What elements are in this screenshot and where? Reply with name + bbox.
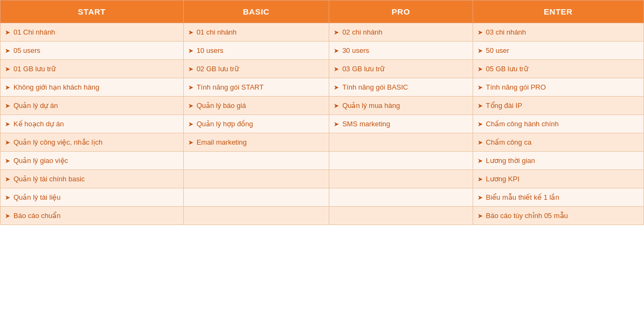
arrow-icon: ➤ [5, 47, 10, 55]
arrow-icon: ➤ [334, 120, 339, 128]
cell-text: 05 users [13, 46, 40, 55]
arrow-icon: ➤ [5, 157, 10, 165]
arrow-icon: ➤ [188, 120, 193, 128]
cell-r8-c2 [329, 170, 473, 188]
cell-r4-c2: ➤Quản lý mua hàng [329, 97, 473, 115]
arrow-icon: ➤ [334, 84, 339, 91]
cell-r8-c3: ➤Lương KPI [473, 170, 643, 188]
cell-text: Lương thời gian [486, 157, 535, 165]
cell-text: Chấm công hành chính [486, 120, 559, 128]
cell-r1-c2: ➤30 users [329, 42, 473, 60]
arrow-icon: ➤ [477, 194, 483, 201]
arrow-icon: ➤ [188, 139, 193, 146]
arrow-icon: ➤ [5, 212, 10, 220]
cell-r7-c3: ➤Lương thời gian [473, 152, 643, 170]
table-row: ➤Quản lý giao việc➤Lương thời gian [1, 152, 644, 170]
cell-text: 50 user [486, 46, 509, 55]
cell-text: Báo cáo chuẩn [13, 212, 61, 220]
cell-r10-c1 [183, 207, 329, 225]
cell-r6-c3: ➤Chấm công ca [473, 133, 643, 152]
arrow-icon: ➤ [477, 157, 483, 165]
cell-r0-c1: ➤01 chi nhánh [183, 23, 329, 42]
cell-text: Không giới hạn khách hàng [13, 83, 99, 91]
arrow-icon: ➤ [5, 120, 10, 128]
pricing-table: STARTBASICPROENTER ➤01 Chi nhánh➤01 chi … [0, 0, 644, 225]
column-header-basic: BASIC [183, 1, 329, 23]
cell-text: Quản lý tài chính basic [13, 175, 85, 183]
cell-r8-c1 [183, 170, 329, 188]
cell-r2-c0: ➤01 GB lưu trữ [1, 60, 184, 78]
cell-r3-c1: ➤Tính năng gói START [183, 78, 329, 97]
arrow-icon: ➤ [477, 139, 483, 146]
cell-text: 05 GB lưu trữ [486, 65, 528, 73]
cell-text: 10 users [197, 46, 224, 55]
cell-text: 03 chi nhánh [486, 28, 526, 36]
cell-r4-c1: ➤Quản lý báo giá [183, 97, 329, 115]
cell-r1-c1: ➤10 users [183, 42, 329, 60]
cell-text: 02 GB lưu trữ [197, 65, 239, 73]
arrow-icon: ➤ [188, 47, 193, 55]
arrow-icon: ➤ [5, 65, 10, 73]
cell-text: 03 GB lưu trữ [342, 65, 384, 73]
cell-r3-c3: ➤Tính năng gói PRO [473, 78, 643, 97]
arrow-icon: ➤ [5, 84, 10, 91]
arrow-icon: ➤ [477, 175, 483, 183]
cell-text: Tính năng gói START [197, 83, 264, 91]
cell-text: 01 chi nhánh [197, 28, 237, 36]
cell-text: Quản lý hợp đồng [197, 120, 253, 128]
cell-r2-c2: ➤03 GB lưu trữ [329, 60, 473, 78]
cell-r5-c0: ➤Kế hoạch dự án [1, 115, 184, 133]
arrow-icon: ➤ [5, 194, 10, 201]
cell-r8-c0: ➤Quản lý tài chính basic [1, 170, 184, 188]
arrow-icon: ➤ [477, 29, 483, 36]
arrow-icon: ➤ [188, 65, 193, 73]
cell-r3-c0: ➤Không giới hạn khách hàng [1, 78, 184, 97]
cell-text: 02 chi nhánh [342, 28, 382, 36]
arrow-icon: ➤ [334, 102, 339, 110]
cell-r7-c1 [183, 152, 329, 170]
arrow-icon: ➤ [188, 29, 193, 36]
cell-r3-c2: ➤Tính năng gói BASIC [329, 78, 473, 97]
arrow-icon: ➤ [477, 84, 483, 91]
cell-r9-c0: ➤Quản lý tài liệu [1, 188, 184, 207]
cell-text: Tính năng gói PRO [486, 83, 546, 91]
cell-text: SMS marketing [342, 120, 390, 128]
cell-r10-c2 [329, 207, 473, 225]
table-row: ➤05 users➤10 users➤30 users➤50 user [1, 42, 644, 60]
cell-text: Kế hoạch dự án [13, 120, 64, 128]
cell-text: Quản lý báo giá [197, 101, 246, 110]
table-row: ➤Kế hoạch dự án➤Quản lý hợp đồng➤SMS mar… [1, 115, 644, 133]
arrow-icon: ➤ [477, 47, 483, 55]
cell-r10-c0: ➤Báo cáo chuẩn [1, 207, 184, 225]
cell-r1-c0: ➤05 users [1, 42, 184, 60]
cell-text: Quản lý dự án [13, 101, 58, 110]
cell-r6-c0: ➤Quản lý công việc, nhắc lịch [1, 133, 184, 152]
arrow-icon: ➤ [477, 102, 483, 110]
cell-r6-c2 [329, 133, 473, 152]
cell-r4-c0: ➤Quản lý dự án [1, 97, 184, 115]
cell-r2-c1: ➤02 GB lưu trữ [183, 60, 329, 78]
cell-r5-c1: ➤Quản lý hợp đồng [183, 115, 329, 133]
cell-r7-c0: ➤Quản lý giao việc [1, 152, 184, 170]
cell-r0-c3: ➤03 chi nhánh [473, 23, 643, 42]
cell-r7-c2 [329, 152, 473, 170]
table-row: ➤Quản lý tài chính basic➤Lương KPI [1, 170, 644, 188]
arrow-icon: ➤ [334, 65, 339, 73]
cell-text: 30 users [342, 46, 369, 55]
arrow-icon: ➤ [477, 212, 483, 220]
cell-r9-c1 [183, 188, 329, 207]
table-row: ➤Quản lý tài liệu➤Biểu mẫu thiết kế 1 lầ… [1, 188, 644, 207]
cell-r10-c3: ➤Báo cáo tùy chỉnh 05 mẫu [473, 207, 643, 225]
arrow-icon: ➤ [5, 139, 10, 146]
cell-text: Báo cáo tùy chỉnh 05 mẫu [486, 212, 568, 220]
arrow-icon: ➤ [334, 47, 339, 55]
cell-text: Biểu mẫu thiết kế 1 lần [486, 193, 559, 201]
cell-text: Quản lý tài liệu [13, 193, 61, 201]
cell-r4-c3: ➤Tổng đài IP [473, 97, 643, 115]
arrow-icon: ➤ [477, 65, 483, 73]
arrow-icon: ➤ [334, 29, 339, 36]
arrow-icon: ➤ [5, 29, 10, 36]
cell-text: 01 Chi nhánh [13, 28, 55, 36]
cell-text: Quản lý công việc, nhắc lịch [13, 138, 102, 146]
arrow-icon: ➤ [5, 175, 10, 183]
